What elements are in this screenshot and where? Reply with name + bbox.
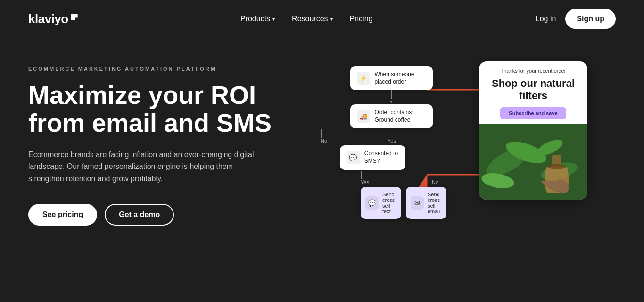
email-card-header: Thanks for your recent order: [479, 61, 587, 77]
final-yes-label: Yes: [361, 179, 369, 185]
flow-bottom-nodes: 💬 Send cross-sell text ✉ Send cross-sell…: [361, 187, 438, 219]
hero-left: ECOMMERCE MARKETING AUTOMATION PLATFORM …: [28, 61, 283, 226]
hero-subtitle: Ecommerce brands are facing inflation an…: [28, 149, 255, 185]
flow-node-2: 🚚 Order contains: Ground coffee: [350, 104, 433, 128]
login-link[interactable]: Log in: [536, 15, 556, 23]
branch-yes-label: Yes: [388, 138, 396, 143]
flow-node-text-msg: 💬 Send cross-sell text: [361, 187, 401, 219]
chat-icon: 💬: [365, 196, 379, 210]
logo-text: klaviyo: [28, 12, 68, 26]
nav-resources[interactable]: Resources ▾: [292, 15, 332, 23]
flow-step-1: ⚡ When someone placed order ▼ 🚚 Order co…: [311, 66, 471, 128]
hero-title: Maximize your ROIfrom email and SMS: [28, 81, 283, 137]
flow-node-sms: 💬 Consented to SMS?: [340, 145, 405, 169]
email-card-image: [479, 124, 587, 200]
final-no-label: No: [432, 179, 438, 185]
signup-button[interactable]: Sign up: [565, 9, 616, 29]
flow-diagram: ⚡ When someone placed order ▼ 🚚 Order co…: [311, 66, 471, 219]
branch-no-label: No: [321, 138, 327, 143]
logo-mark-icon: [71, 14, 78, 20]
logo[interactable]: klaviyo: [28, 12, 78, 26]
nav-center: Products ▾ Resources ▾ Pricing: [240, 15, 373, 23]
flow-connector-1: ▼: [389, 90, 394, 104]
see-pricing-button[interactable]: See pricing: [28, 204, 97, 226]
flow-branch-section: No Yes 💬 Consented to SMS?: [311, 128, 405, 169]
email-card: Thanks for your recent order Shop our na…: [479, 61, 587, 200]
flow-final-branch: Yes No 💬 Send cross-sell text ✉ Send cro…: [344, 170, 438, 219]
chevron-down-icon: ▾: [330, 17, 333, 22]
hero-section: ECOMMERCE MARKETING AUTOMATION PLATFORM …: [0, 38, 644, 302]
flow-sms-node-row: 💬 Consented to SMS?: [311, 145, 405, 169]
svg-point-9: [547, 164, 566, 169]
box-icon: 🚚: [357, 110, 370, 123]
navigation: klaviyo Products ▾ Resources ▾ Pricing L…: [0, 0, 644, 38]
nav-right: Log in Sign up: [536, 9, 616, 29]
hero-buttons: See pricing Get a demo: [28, 204, 283, 226]
email-card-cta-button[interactable]: Subscribe and save: [500, 107, 566, 119]
sms-icon: 💬: [347, 151, 360, 164]
flow-node-1: ⚡ When someone placed order: [350, 66, 433, 90]
hero-right: ⚡ When someone placed order ▼ 🚚 Order co…: [311, 61, 616, 302]
email-card-title: Shop our natural filters: [479, 77, 587, 102]
get-demo-button[interactable]: Get a demo: [105, 204, 174, 226]
hero-eyebrow: ECOMMERCE MARKETING AUTOMATION PLATFORM: [28, 66, 283, 72]
chevron-down-icon: ▾: [272, 17, 275, 22]
flow-node-email-msg: ✉ Send cross-sell email: [406, 187, 446, 219]
nav-pricing[interactable]: Pricing: [350, 15, 373, 23]
coffee-illustration: [479, 124, 587, 200]
nav-products[interactable]: Products ▾: [240, 15, 275, 23]
lightning-icon: ⚡: [357, 72, 370, 85]
email-icon: ✉: [411, 196, 424, 210]
